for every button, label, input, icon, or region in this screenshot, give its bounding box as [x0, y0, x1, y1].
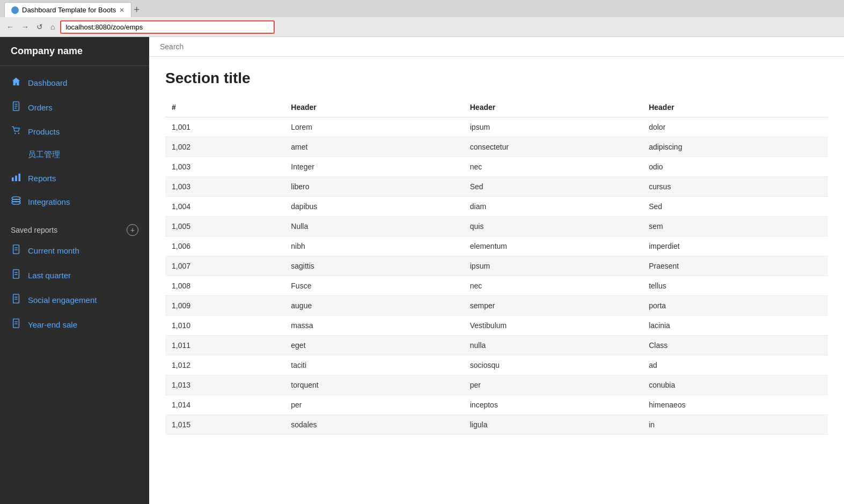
new-tab-button[interactable]: + — [134, 4, 140, 16]
cell-h3: porta — [642, 296, 828, 316]
table-header: # Header Header Header — [165, 98, 828, 117]
sidebar-item-last-quarter[interactable]: Last quarter — [0, 263, 149, 287]
cell-h3: adipiscing — [642, 137, 828, 157]
tab-bar: Dashboard Template for Boots ✕ + — [0, 0, 844, 17]
home-icon — [11, 77, 21, 88]
cell-h3: tellus — [642, 276, 828, 296]
cell-h1: torquent — [284, 375, 463, 395]
sidebar-nav: Dashboard Orders Products 员工管理 — [0, 66, 149, 218]
cell-num: 1,013 — [165, 375, 284, 395]
sidebar-item-label-products: Products — [28, 127, 60, 136]
sidebar: Company name Dashboard Orders — [0, 37, 149, 504]
cell-h2: inceptos — [464, 395, 642, 415]
sidebar-item-reports[interactable]: Reports — [0, 166, 149, 190]
cell-num: 1,002 — [165, 137, 284, 157]
cell-h3: ad — [642, 355, 828, 375]
cell-h1: Nulla — [284, 217, 463, 236]
cell-num: 1,008 — [165, 276, 284, 296]
cell-h1: per — [284, 395, 463, 415]
sidebar-item-label-employee: 员工管理 — [28, 150, 60, 160]
cell-h2: ipsum — [464, 117, 642, 137]
cell-num: 1,009 — [165, 296, 284, 316]
integrations-icon — [11, 196, 21, 207]
tab-close-button[interactable]: ✕ — [119, 6, 124, 14]
cell-h3: odio — [642, 157, 828, 177]
cell-num: 1,010 — [165, 316, 284, 336]
forward-button[interactable]: → — [19, 21, 31, 32]
address-bar-input[interactable] — [60, 20, 275, 34]
cell-h2: diam — [464, 197, 642, 217]
report-file-icon-2 — [11, 269, 21, 281]
sidebar-item-year-end-sale[interactable]: Year-end sale — [0, 312, 149, 337]
browser-chrome: Dashboard Template for Boots ✕ + ← → ↺ ⌂ — [0, 0, 844, 37]
sidebar-item-dashboard[interactable]: Dashboard — [0, 70, 149, 95]
orders-icon — [11, 101, 21, 113]
reports-icon — [11, 173, 21, 183]
active-tab[interactable]: Dashboard Template for Boots ✕ — [4, 2, 131, 17]
svg-rect-18 — [13, 294, 19, 303]
cell-h1: Fusce — [284, 276, 463, 296]
cell-h3: Praesent — [642, 256, 828, 276]
table-row: 1,014perinceptoshimenaeos — [165, 395, 828, 415]
sidebar-item-integrations[interactable]: Integrations — [0, 190, 149, 213]
cell-h3[interactable]: himenaeos — [642, 395, 828, 415]
sidebar-item-label-last-quarter: Last quarter — [28, 271, 71, 280]
table-row: 1,010massaVestibulumlacinia — [165, 316, 828, 336]
cell-num: 1,005 — [165, 217, 284, 236]
svg-rect-7 — [15, 175, 17, 181]
cell-h2: Vestibulum — [464, 316, 642, 336]
report-file-icon-4 — [11, 318, 21, 330]
sidebar-item-social-engagement[interactable]: Social engagement — [0, 287, 149, 312]
cell-h1: massa — [284, 316, 463, 336]
cell-h2: ligula — [464, 415, 642, 435]
cell-h2: ipsum — [464, 256, 642, 276]
table-row: 1,007sagittisipsumPraesent — [165, 256, 828, 276]
back-button[interactable]: ← — [4, 21, 16, 32]
cell-h3: sem — [642, 217, 828, 236]
cell-num: 1,006 — [165, 236, 284, 256]
saved-reports-section: Saved reports + — [0, 218, 149, 238]
sidebar-item-label-social-engagement: Social engagement — [28, 295, 97, 305]
sidebar-item-current-month[interactable]: Current month — [0, 238, 149, 263]
table-row: 1,013torquentperconubia — [165, 375, 828, 395]
sidebar-item-label-year-end-sale: Year-end sale — [28, 320, 77, 329]
table-row: 1,012tacitisociosquad — [165, 355, 828, 375]
cell-h3: Sed — [642, 197, 828, 217]
table-header-h3: Header — [642, 98, 828, 117]
cell-h1: Lorem — [284, 117, 463, 137]
address-bar-row: ← → ↺ ⌂ — [0, 17, 844, 36]
home-button[interactable]: ⌂ — [48, 21, 57, 32]
cell-num: 1,012 — [165, 355, 284, 375]
cell-h1: nibh — [284, 236, 463, 256]
svg-rect-6 — [12, 177, 14, 181]
cell-h2: semper — [464, 296, 642, 316]
app-layout: Company name Dashboard Orders — [0, 37, 844, 504]
table-header-h1: Header — [284, 98, 463, 117]
sidebar-item-orders[interactable]: Orders — [0, 95, 149, 120]
table-header-num: # — [165, 98, 284, 117]
table-body: 1,001Loremipsumdolor1,002ametconsectetur… — [165, 117, 828, 435]
table-row: 1,009auguesemperporta — [165, 296, 828, 316]
cell-num: 1,014 — [165, 395, 284, 415]
cell-h1: sodales — [284, 415, 463, 435]
cell-h2: per — [464, 375, 642, 395]
cell-h2: nulla — [464, 336, 642, 355]
add-saved-report-button[interactable]: + — [127, 224, 138, 236]
cell-num: 1,015 — [165, 415, 284, 435]
data-table: # Header Header Header 1,001Loremipsumdo… — [165, 98, 828, 435]
search-input[interactable] — [160, 42, 321, 51]
sidebar-item-products[interactable]: Products — [0, 120, 149, 143]
svg-rect-21 — [13, 319, 19, 328]
cell-num: 1,007 — [165, 256, 284, 276]
cell-num: 1,003 — [165, 157, 284, 177]
section-title: Section title — [165, 70, 828, 87]
cell-h1: dapibus — [284, 197, 463, 217]
table-row: 1,001Loremipsumdolor — [165, 117, 828, 137]
table-row: 1,005Nullaquissem — [165, 217, 828, 236]
cell-h3: dolor — [642, 117, 828, 137]
refresh-button[interactable]: ↺ — [34, 21, 45, 32]
svg-rect-15 — [13, 270, 19, 278]
sidebar-item-employee[interactable]: 员工管理 — [0, 143, 149, 166]
main-content: Section title # Header Header Header 1,0… — [149, 37, 844, 504]
cell-h2: consectetur — [464, 137, 642, 157]
